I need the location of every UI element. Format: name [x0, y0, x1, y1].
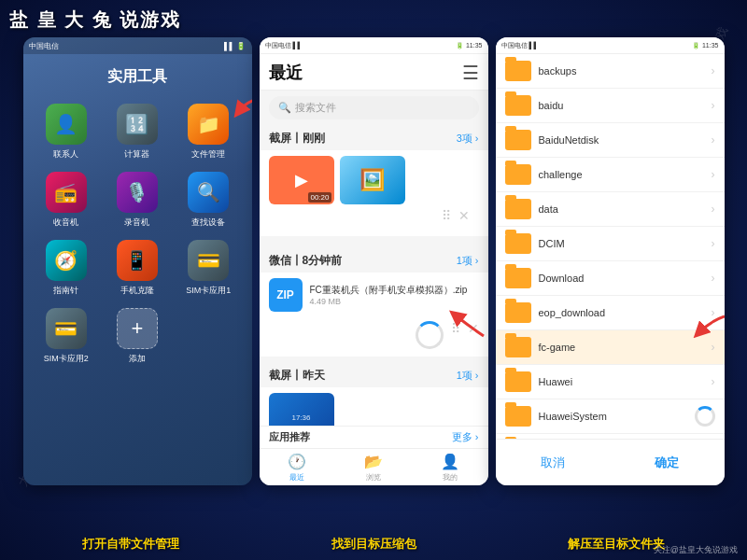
app-sim2[interactable]: 💳 SIM卡应用2	[36, 308, 96, 365]
close-icon-thumbs[interactable]: ✕	[458, 208, 470, 223]
recorder-label: 录音机	[124, 217, 149, 229]
contacts-label: 联系人	[53, 148, 78, 161]
files-icon: 📁	[188, 104, 229, 145]
screen2-battery: 🔋 11:35	[456, 42, 482, 49]
chevron-download: ›	[712, 272, 715, 285]
recent-files-thumbs: ▶ 00:20 🖼️ ⠿ ✕	[260, 150, 488, 236]
chevron-huawei: ›	[712, 375, 715, 388]
app-sim1[interactable]: 💳 SIM卡应用1	[178, 240, 238, 297]
chevron-dcim: ›	[712, 237, 715, 250]
chevron-baidunetdisk: ›	[712, 133, 715, 147]
folder-name-fcgame: fc-game	[539, 342, 704, 353]
radio-label: 收音机	[53, 217, 78, 229]
folder-data[interactable]: data ›	[496, 192, 725, 227]
screen1-time: 中国电信	[29, 41, 59, 51]
zip-file-info: FC重装机兵（附手机安卓模拟器）.zip 4.49 MB	[310, 284, 479, 306]
grid-icon[interactable]: ⠿	[442, 208, 451, 223]
folder-download[interactable]: Download ›	[496, 261, 725, 296]
clone-icon: 📱	[117, 240, 158, 281]
header-menu-icon[interactable]: ☰	[462, 62, 479, 84]
find-label: 查找设备	[191, 217, 225, 229]
screen3-statusbar: 中国电信 ▌▌ 🔋 11:35	[496, 37, 725, 54]
app-recommendation: 应用推荐 更多 ›	[260, 426, 488, 448]
zip-filesize: 4.49 MB	[310, 297, 479, 306]
app-calculator[interactable]: 🔢 计算器	[107, 104, 167, 161]
compass-label: 指南针	[53, 285, 78, 297]
folder-icon-huawei	[505, 371, 531, 392]
section-yesterday-count: 1项 ›	[457, 369, 479, 383]
folder-icon-dcim	[505, 233, 531, 254]
app-compass[interactable]: 🧭 指南针	[36, 240, 96, 297]
screen3-battery: 🔋 11:35	[692, 42, 718, 49]
image-preview: 🖼️	[340, 156, 405, 204]
chevron-eop: ›	[712, 306, 715, 319]
app-find[interactable]: 🔍 查找设备	[178, 172, 238, 229]
folder-icon-baidu	[505, 95, 531, 116]
confirm-button[interactable]: 确定	[636, 449, 698, 477]
add-icon: +	[117, 308, 158, 349]
section-recent-count: 3项 ›	[457, 132, 479, 146]
thumb-video[interactable]: ▶ 00:20	[269, 156, 334, 204]
file-manager-header: 最近 ☰	[260, 54, 488, 91]
calculator-label: 计算器	[124, 148, 149, 161]
find-icon: 🔍	[188, 172, 229, 213]
zip-file-row[interactable]: ZIP FC重装机兵（附手机安卓模拟器）.zip 4.49 MB	[260, 273, 488, 317]
folder-icon-challenge	[505, 164, 531, 185]
folder-huawei[interactable]: Huawei ›	[496, 365, 725, 399]
folder-icon-backups	[505, 61, 531, 81]
nav-bar: 🕐 最近 📂 浏览 👤 我的	[260, 448, 488, 485]
recent-nav-label: 最近	[289, 472, 304, 483]
video-duration: 00:20	[308, 192, 331, 203]
radio-icon: 📻	[46, 172, 87, 213]
chevron-backups: ›	[712, 64, 715, 77]
folder-list: backups › baidu › BaiduNetdisk › challen…	[496, 54, 725, 439]
nav-recent[interactable]: 🕐 最近	[288, 453, 306, 483]
folder-icon-fcgame	[505, 337, 531, 357]
thumb-image[interactable]: 🖼️	[340, 156, 405, 204]
section-wechat: 微信丨8分钟前 1项 ›	[260, 247, 488, 273]
close-icon-zip[interactable]: ✕	[468, 321, 479, 349]
zip-actions: ⠿ ✕	[260, 317, 488, 357]
add-label: 添加	[129, 353, 146, 365]
watermark-top: 盐 皇 大 兔 说游戏	[9, 7, 181, 33]
app-clone[interactable]: 📱 手机克隆	[107, 240, 167, 297]
sim2-icon: 💳	[46, 308, 87, 349]
file-manager-title: 最近	[269, 62, 303, 84]
cancel-button[interactable]: 取消	[522, 449, 584, 477]
thumb-actions: ⠿ ✕	[269, 204, 479, 231]
browse-nav-label: 浏览	[366, 472, 381, 483]
app-files[interactable]: 📁 文件管理	[178, 104, 238, 161]
rec-more[interactable]: 更多 ›	[452, 430, 479, 444]
folder-backups[interactable]: backups ›	[496, 54, 725, 89]
mine-nav-label: 我的	[443, 472, 458, 483]
folder-name-baidunetdisk: BaiduNetdisk	[539, 134, 704, 146]
folder-name-baidu: baidu	[539, 100, 704, 111]
folder-challenge[interactable]: challenge ›	[496, 158, 725, 192]
app-radio[interactable]: 📻 收音机	[36, 172, 96, 229]
rec-title: 应用推荐	[269, 430, 310, 444]
app-contacts[interactable]: 👤 联系人	[36, 104, 96, 161]
section-recent-title: 截屏丨刚刚	[269, 131, 325, 147]
section-yesterday-title: 截屏丨昨天	[269, 368, 325, 384]
section-wechat-title: 微信丨8分钟前	[269, 253, 343, 269]
folder-name-backups: backups	[539, 65, 704, 77]
app-add[interactable]: + 添加	[107, 308, 167, 365]
search-box[interactable]: 🔍 搜索文件	[269, 96, 479, 119]
caption-2: 找到目标压缩包	[252, 536, 495, 553]
play-icon: ▶	[295, 170, 308, 190]
nav-browse[interactable]: 📂 浏览	[364, 453, 383, 483]
search-icon: 🔍	[278, 102, 291, 114]
nav-mine[interactable]: 👤 我的	[441, 453, 459, 483]
folder-fcgame[interactable]: fc-game ›	[496, 330, 725, 365]
folder-dcim[interactable]: DCIM ›	[496, 227, 725, 261]
screen2-phone: 中国电信 ▌▌ 🔋 11:35 最近 ☰ 🔍 搜索文件 截屏丨刚刚 3项 › ▶…	[260, 37, 488, 485]
app-recorder[interactable]: 🎙️ 录音机	[107, 172, 167, 229]
folder-baidu[interactable]: baidu ›	[496, 89, 725, 123]
folder-huaweisystem[interactable]: HuaweiSystem	[496, 399, 725, 434]
folder-baidunetdisk[interactable]: BaiduNetdisk ›	[496, 123, 725, 158]
folder-eop[interactable]: eop_download ›	[496, 296, 725, 330]
recent-nav-icon: 🕐	[288, 453, 306, 470]
screen1-phone: 中国电信 ▌▌ 🔋 实用工具 👤 联系人 🔢 计算器 📁 文件管理	[23, 37, 252, 485]
folder-icon-baidunetdisk	[505, 130, 531, 150]
grid-icon2[interactable]: ⠿	[451, 321, 460, 349]
